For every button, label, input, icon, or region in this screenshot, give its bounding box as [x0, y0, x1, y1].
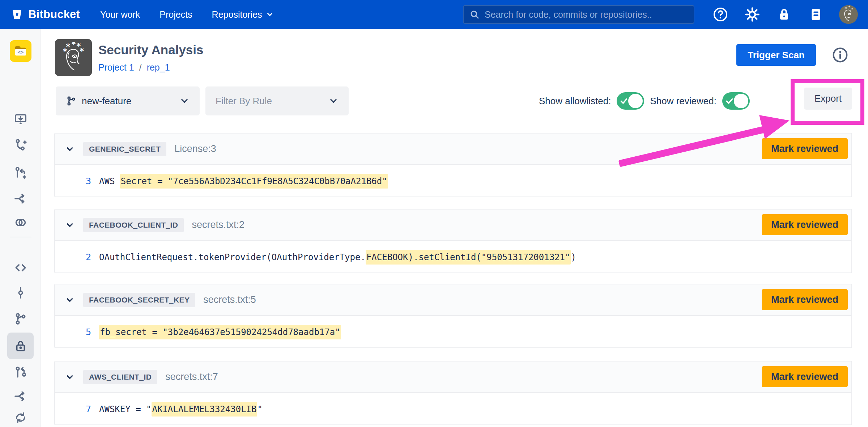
trigger-scan-button[interactable]: Trigger Scan	[736, 44, 816, 66]
mark-reviewed-button[interactable]: Mark reviewed	[762, 366, 848, 387]
toggle-group: Show allowlisted: Show reviewed:	[539, 91, 750, 111]
help-icon[interactable]	[712, 6, 729, 23]
branches-icon[interactable]	[13, 312, 28, 326]
mark-reviewed-button[interactable]: Mark reviewed	[762, 138, 848, 159]
bitbucket-logo[interactable]: Bitbucket	[11, 8, 80, 21]
user-avatar[interactable]: ***	[839, 5, 858, 24]
forks-icon[interactable]	[13, 389, 28, 403]
check-icon	[725, 96, 734, 106]
bitbucket-bucket-icon	[11, 8, 23, 21]
finding-card: GENERIC_SECRET License:3 Mark reviewed 3…	[54, 133, 852, 197]
rule-badge: AWS_CLIENT_ID	[83, 370, 157, 384]
svg-text:*: *	[848, 5, 850, 10]
finding-location: secrets.txt:5	[203, 294, 256, 305]
sidebar-divider	[10, 237, 31, 237]
mark-reviewed-button[interactable]: Mark reviewed	[762, 289, 848, 310]
finding-header: FACEBOOK_SECRET_KEY secrets.txt:5 Mark r…	[55, 284, 851, 316]
commits-add-icon[interactable]	[13, 138, 28, 152]
global-search[interactable]	[463, 5, 694, 24]
page-title: Security Analysis	[98, 43, 204, 57]
feedback-icon[interactable]	[807, 6, 825, 23]
repo-sidebar: <>	[0, 29, 41, 427]
search-input[interactable]	[484, 9, 688, 20]
code-text: fb_secret = "3b2e464637e5159024254dd78aa…	[99, 327, 341, 337]
info-icon[interactable]	[831, 46, 849, 64]
toggle-knob	[628, 94, 643, 108]
collapse-chevron-icon[interactable]	[65, 295, 75, 305]
pull-requests-icon[interactable]	[13, 365, 28, 380]
branch-selected-value: new-feature	[82, 96, 131, 107]
finding-location: License:3	[174, 143, 216, 155]
code-line: 5 fb_secret = "3b2e464637e5159024254dd78…	[55, 316, 851, 348]
sync-icon[interactable]	[13, 410, 28, 425]
finding-location: secrets.txt:7	[165, 371, 218, 382]
svg-text:*: *	[851, 7, 853, 12]
forks-add-icon[interactable]	[13, 191, 28, 206]
breadcrumb-project-link[interactable]: Project 1	[98, 62, 134, 73]
nav-item-projects[interactable]: Projects	[159, 9, 192, 20]
nav-item-repositories[interactable]: Repositories	[212, 9, 274, 20]
nav-item-your-work[interactable]: Your work	[100, 9, 140, 20]
finding-header: FACEBOOK_CLIENT_ID secrets.txt:2 Mark re…	[55, 210, 851, 241]
show-reviewed-label: Show reviewed:	[650, 96, 716, 107]
pipelines-icon[interactable]	[13, 215, 28, 230]
breadcrumb: Project 1 / rep_1	[98, 62, 170, 73]
line-number: 2	[55, 252, 91, 262]
breadcrumb-separator: /	[139, 62, 142, 73]
nav-icon-group: ***	[712, 0, 858, 29]
code-line: 7 AWSKEY = "AKIALALEMEL332430LIB"	[55, 393, 851, 425]
rule-badge: GENERIC_SECRET	[83, 142, 166, 156]
top-nav: Bitbucket Your work Projects Repositorie…	[0, 0, 868, 29]
finding-card: AWS_CLIENT_ID secrets.txt:7 Mark reviewe…	[54, 361, 852, 425]
brand-name: Bitbucket	[28, 8, 80, 21]
code-text: AWSKEY = "AKIALALEMEL332430LIB"	[99, 404, 263, 414]
branch-selector[interactable]: new-feature	[56, 86, 200, 115]
rule-badge: FACEBOOK_CLIENT_ID	[83, 218, 184, 232]
code-line: 3 AWS Secret = "7ce556A3bD234Cc1Ff9E8A5C…	[55, 165, 851, 197]
finding-location: secrets.txt:2	[192, 219, 244, 231]
breadcrumb-repo-link[interactable]: rep_1	[147, 62, 170, 73]
search-icon	[469, 9, 480, 20]
rule-filter-selector[interactable]: Filter By Rule	[205, 86, 349, 115]
show-reviewed-toggle[interactable]	[722, 92, 750, 110]
security-lock-item[interactable]	[7, 333, 34, 359]
toggle-knob	[734, 94, 748, 108]
nav-links: Your work Projects Repositories	[100, 9, 274, 20]
secret-highlight: Secret = "7ce556A3bD234Cc1Ff9E8A5C324C0b…	[120, 174, 388, 189]
show-allowlisted-toggle[interactable]	[617, 92, 644, 110]
commits-icon[interactable]	[13, 286, 28, 300]
svg-text:*: *	[80, 46, 84, 56]
export-button[interactable]: Export	[804, 88, 852, 110]
finding-card: FACEBOOK_SECRET_KEY secrets.txt:5 Mark r…	[54, 284, 852, 348]
scan-app-avatar: *****	[55, 39, 92, 76]
repository-avatar[interactable]: <>	[10, 40, 31, 62]
rule-filter-placeholder: Filter By Rule	[216, 96, 272, 107]
clone-icon[interactable]	[13, 112, 28, 127]
collapse-chevron-icon[interactable]	[65, 144, 75, 154]
branches-add-icon[interactable]	[13, 166, 28, 180]
secret-highlight: FACEBOOK).setClientId("950513172001321"	[366, 250, 571, 265]
chevron-down-icon	[179, 96, 190, 106]
security-analysis-page: Bitbucket Your work Projects Repositorie…	[0, 0, 868, 427]
secret-highlight: fb_secret = "3b2e464637e5159024254dd78aa…	[99, 325, 341, 339]
collapse-chevron-icon[interactable]	[65, 372, 75, 382]
branch-icon	[66, 96, 77, 106]
code-line: 2 OAuthClientRequest.tokenProvider(OAuth…	[55, 241, 851, 273]
rule-badge: FACEBOOK_SECRET_KEY	[83, 293, 195, 307]
code-text: OAuthClientRequest.tokenProvider(OAuthPr…	[99, 252, 576, 262]
svg-text:*: *	[845, 6, 847, 11]
code-text: AWS Secret = "7ce556A3bD234Cc1Ff9E8A5C32…	[99, 176, 388, 186]
finding-header: GENERIC_SECRET License:3 Mark reviewed	[55, 134, 851, 165]
source-code-icon[interactable]	[13, 261, 28, 275]
svg-text:*: *	[72, 42, 76, 49]
line-number: 3	[55, 176, 91, 186]
svg-text:<>: <>	[17, 49, 24, 55]
show-allowlisted-label: Show allowlisted:	[539, 96, 611, 107]
line-number: 5	[55, 327, 91, 337]
mark-reviewed-button[interactable]: Mark reviewed	[762, 214, 848, 235]
security-lock-icon[interactable]	[775, 6, 793, 23]
secret-highlight: AKIALALEMEL332430LIB	[152, 402, 258, 417]
collapse-chevron-icon[interactable]	[65, 220, 75, 230]
line-number: 7	[55, 404, 91, 414]
settings-gear-icon[interactable]	[744, 6, 761, 23]
